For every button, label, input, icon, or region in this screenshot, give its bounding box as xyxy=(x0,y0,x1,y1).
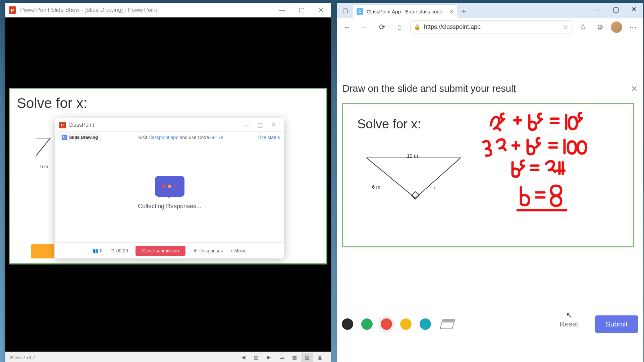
browser-tab[interactable]: C ClassPoint App - Enter class code × xyxy=(353,5,457,18)
drawing-toolbar: Reset Submit xyxy=(342,314,638,334)
popup-minimize[interactable]: — xyxy=(240,121,253,128)
favorites-button[interactable]: ✩ xyxy=(576,20,589,34)
minimize-button[interactable]: — xyxy=(272,3,292,17)
visit-instruction: Visit classpoint.app and use Code 68178 xyxy=(104,135,258,140)
drawing-canvas[interactable]: Solve for x: 10 m 6 m x xyxy=(342,103,634,247)
activity-chip-icon: C xyxy=(62,135,67,140)
browser-tabstrip: ▢ C ClassPoint App - Enter class code × … xyxy=(337,3,643,18)
home-button[interactable]: ⌂ xyxy=(393,20,406,34)
slide-counter: Slide 7 of 7 xyxy=(10,355,35,360)
new-tab-button[interactable]: + xyxy=(457,5,471,18)
next-slide-button[interactable]: ▶ xyxy=(263,353,275,362)
tab-title: ClassPoint App - Enter class code xyxy=(367,9,442,14)
browser-window: ▢ C ClassPoint App - Enter class code × … xyxy=(337,3,643,362)
profile-avatar[interactable] xyxy=(611,21,622,33)
side-a-label: 6 m xyxy=(372,184,380,190)
browser-minimize[interactable]: — xyxy=(589,3,607,16)
browser-content: Draw on the slide and submit your result… xyxy=(337,36,643,362)
reset-button[interactable]: Reset xyxy=(551,315,587,333)
slideshow-view-button[interactable]: ▣ xyxy=(314,353,326,362)
student-handwriting xyxy=(481,107,632,218)
pen-red[interactable] xyxy=(381,318,392,330)
live-status-link[interactable]: Live status xyxy=(258,135,280,140)
powerpoint-icon: P xyxy=(9,6,16,14)
powerpoint-titlebar: P PowerPoint Slide Show - [Slide Drawing… xyxy=(5,3,331,17)
address-bar[interactable]: 🔒 https://classpoint.app ☆ xyxy=(410,20,572,34)
browser-close[interactable]: ✕ xyxy=(625,3,643,16)
browser-toolbar: ← → ⟳ ⌂ 🔒 https://classpoint.app ☆ ✩ ⊕ ⋯ xyxy=(337,18,643,36)
back-button[interactable]: ← xyxy=(340,20,354,34)
draw-prompt-bar: Draw on the slide and submit your result… xyxy=(342,83,638,94)
eraser-tool[interactable] xyxy=(440,319,455,329)
draw-prompt-text: Draw on the slide and submit your result xyxy=(342,83,516,94)
bookmark-star-icon[interactable]: ☆ xyxy=(563,23,568,31)
close-button[interactable]: ✕ xyxy=(311,3,331,17)
music-icon: ♪ xyxy=(230,248,233,253)
activity-chip: C Slide Drawing xyxy=(59,133,101,141)
forward-button[interactable]: → xyxy=(358,20,371,34)
footer-participants: 👥0 xyxy=(93,248,103,253)
clock-icon: ⏱ xyxy=(110,248,115,253)
popup-maximize[interactable]: ▢ xyxy=(253,121,267,129)
hypotenuse-label: 10 m xyxy=(407,153,418,159)
people-icon: 👥 xyxy=(93,248,98,253)
maximize-button[interactable]: ▢ xyxy=(292,3,311,17)
responses-button[interactable]: 👁Responses xyxy=(193,248,223,253)
popup-title: ClassPoint xyxy=(68,122,240,128)
reading-view-button[interactable]: ▭ xyxy=(276,353,288,362)
svg-marker-0 xyxy=(367,158,461,198)
close-submission-button[interactable]: Close submission xyxy=(136,246,186,256)
slide-drawing-trigger[interactable] xyxy=(31,244,54,258)
submit-button[interactable]: Submit xyxy=(595,315,638,333)
tab-actions-button[interactable]: ▢ xyxy=(337,3,353,18)
slideshow-stage: classcode 68178 👥 1 Solve for x: 6 m P C… xyxy=(5,17,331,352)
pen-yellow[interactable] xyxy=(400,318,412,330)
prev-slide-button[interactable]: ◀ xyxy=(237,353,250,362)
lock-icon: 🔒 xyxy=(414,24,421,30)
eye-icon: 👁 xyxy=(193,248,198,253)
triangle-partial-icon xyxy=(34,135,54,159)
popup-subheader: C Slide Drawing Visit classpoint.app and… xyxy=(55,132,284,143)
notes-view-button[interactable]: ▤ xyxy=(250,353,262,362)
normal-view-button[interactable]: ▥ xyxy=(301,353,313,362)
tab-favicon: C xyxy=(357,8,363,15)
close-tab-button[interactable]: × xyxy=(450,8,454,15)
visit-code: 68178 xyxy=(210,135,223,140)
collecting-label: Collecting Responses... xyxy=(138,203,201,210)
popup-close[interactable]: ✕ xyxy=(267,121,280,129)
popup-header: P ClassPoint — ▢ ✕ xyxy=(55,118,284,132)
window-title: PowerPoint Slide Show - [Slide Drawing] … xyxy=(20,7,272,13)
canvas-question: Solve for x: xyxy=(357,117,421,131)
slide-title: Solve for x: xyxy=(17,95,323,111)
pen-cyan[interactable] xyxy=(420,318,431,330)
pen-green[interactable] xyxy=(361,318,373,330)
powerpoint-window: P PowerPoint Slide Show - [Slide Drawing… xyxy=(5,3,331,362)
powerpoint-statusbar: Slide 7 of 7 ◀ ▤ ▶ ▭ ▦ ▥ ▣ xyxy=(5,352,331,362)
side-label-6m: 6 m xyxy=(40,164,48,169)
speech-bubble-icon xyxy=(155,176,184,197)
side-x-label: x xyxy=(433,185,436,190)
slide-sorter-button[interactable]: ▦ xyxy=(288,353,301,362)
visit-link[interactable]: classpoint.app xyxy=(148,135,178,140)
classpoint-logo-icon: P xyxy=(59,122,66,128)
popup-footer: 👥0 ⏱00:29 Close submission 👁Responses ♪M… xyxy=(55,242,284,258)
footer-timer: ⏱00:29 xyxy=(110,248,128,253)
collections-button[interactable]: ⊕ xyxy=(593,20,607,34)
music-button[interactable]: ♪Music xyxy=(230,248,247,253)
pen-black[interactable] xyxy=(342,318,353,330)
browser-maximize[interactable]: ▢ xyxy=(607,3,625,16)
triangle-diagram xyxy=(363,151,464,208)
menu-button[interactable]: ⋯ xyxy=(626,20,640,34)
classpoint-popup: P ClassPoint — ▢ ✕ C Slide Drawing Visit… xyxy=(55,118,284,259)
refresh-button[interactable]: ⟳ xyxy=(375,20,389,34)
url-text: https://classpoint.app xyxy=(424,23,481,31)
popup-body: Collecting Responses... xyxy=(55,143,284,242)
close-prompt-button[interactable]: ✕ xyxy=(631,84,638,94)
